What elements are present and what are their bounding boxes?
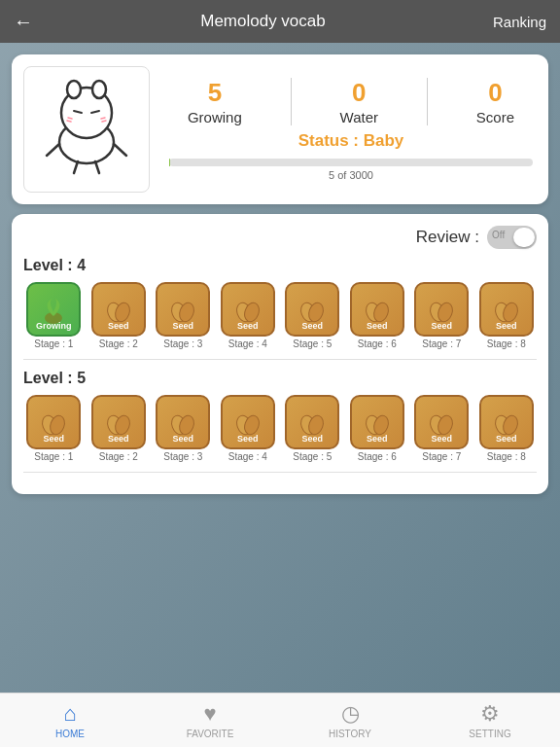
stage-badge-seed[interactable]: Seed	[479, 395, 534, 449]
svg-line-11	[114, 144, 126, 156]
home-label: HOME	[55, 729, 85, 739]
stage-item: Seed Stage : 7	[411, 282, 472, 349]
stage-badge-seed[interactable]: Seed	[350, 395, 404, 449]
level-4-stages: Growing Stage : 1 Seed Stage : 2	[23, 282, 537, 349]
svg-line-10	[47, 144, 59, 156]
stage-6-label: Stage : 6	[358, 338, 397, 349]
svg-line-8	[101, 118, 105, 119]
seed-badge-label: Seed	[496, 434, 517, 444]
main-content: 5 Growing 0 Water 0 Score Status : Baby …	[0, 43, 560, 494]
app-title: Memolody vocab	[200, 12, 326, 31]
nav-home[interactable]: ⌂ HOME	[0, 694, 140, 747]
progress-bar	[169, 159, 533, 166]
stage-item: Seed Stage : 4	[218, 282, 279, 349]
seed-badge-label: Seed	[496, 321, 517, 331]
stage-badge-seed[interactable]: Seed	[285, 282, 339, 337]
stage-badge-seed[interactable]: Seed	[156, 282, 210, 337]
level-divider-2	[23, 472, 537, 473]
stat-divider-1	[291, 78, 292, 124]
level-5-title: Level : 5	[23, 370, 537, 387]
seed-badge-label: Seed	[431, 321, 452, 331]
seed-badge-label: Seed	[43, 434, 64, 444]
growing-stat: 5 Growing	[188, 78, 242, 124]
stats-section: 5 Growing 0 Water 0 Score Status : Baby …	[165, 78, 537, 180]
ranking-button[interactable]: Ranking	[493, 14, 546, 30]
bottom-nav: ⌂ HOME ♥ FAVORITE ◷ HISTORY ⚙ SETTING	[0, 693, 560, 747]
seed-badge-label: Seed	[237, 434, 259, 444]
seed-badge-label: Seed	[108, 434, 129, 444]
svg-point-3	[92, 81, 106, 98]
stage-1-label-l5: Stage : 1	[34, 451, 73, 462]
stage-7-label: Stage : 7	[422, 338, 461, 349]
svg-line-13	[95, 161, 99, 173]
stage-item: Seed Stage : 8	[476, 282, 538, 349]
stage-item: Seed Stage : 7	[411, 395, 472, 462]
level-4-title: Level : 4	[23, 257, 537, 274]
history-label: HISTORY	[329, 729, 371, 739]
stage-badge-seed[interactable]: Seed	[479, 282, 534, 337]
stage-8-label: Stage : 8	[487, 338, 526, 349]
stage-3-label-l5: Stage : 3	[163, 451, 202, 462]
stat-divider-2	[427, 78, 428, 124]
stage-3-label: Stage : 3	[163, 338, 202, 349]
avatar-box	[23, 66, 150, 193]
seed-badge-label: Seed	[301, 321, 323, 331]
nav-setting[interactable]: ⚙ SETTING	[420, 694, 560, 747]
nav-favorite[interactable]: ♥ FAVORITE	[140, 694, 280, 747]
stage-badge-growing[interactable]: Growing	[26, 282, 81, 337]
stage-item: Seed Stage : 4	[218, 395, 279, 462]
setting-label: SETTING	[469, 729, 510, 739]
history-icon: ◷	[341, 701, 360, 727]
stage-badge-seed[interactable]: Seed	[350, 282, 404, 337]
svg-line-7	[67, 121, 71, 122]
stage-4-label-l5: Stage : 4	[228, 451, 267, 462]
stage-badge-seed[interactable]: Seed	[414, 395, 469, 449]
game-card: Review : Off Level : 4 Growing	[12, 214, 548, 494]
progress-text: 5 of 3000	[165, 169, 537, 181]
progress-bar-fill	[169, 159, 170, 166]
toggle-off-text: Off	[492, 230, 505, 240]
svg-line-9	[102, 121, 106, 122]
home-icon: ⌂	[63, 701, 76, 727]
seed-badge-label: Seed	[172, 434, 193, 444]
stage-2-label-l5: Stage : 2	[99, 451, 138, 462]
stage-2-label: Stage : 2	[99, 338, 138, 349]
seed-badge-label: Seed	[367, 434, 388, 444]
level-5-stages: Seed Stage : 1 Seed Stage : 2	[23, 395, 537, 462]
stage-badge-seed[interactable]: Seed	[91, 282, 146, 337]
stage-1-label: Stage : 1	[34, 338, 73, 349]
svg-line-6	[68, 118, 72, 119]
water-value: 0	[340, 78, 378, 108]
growing-value: 5	[188, 78, 242, 108]
stage-4-label: Stage : 4	[228, 338, 267, 349]
growing-badge-label: Growing	[36, 321, 72, 331]
score-label: Score	[476, 109, 514, 125]
stage-item: Seed Stage : 1	[23, 395, 85, 462]
review-label: Review :	[416, 228, 479, 247]
svg-point-2	[67, 81, 81, 98]
stage-item: Seed Stage : 3	[153, 395, 214, 462]
stage-5-label: Stage : 5	[293, 338, 332, 349]
stage-6-label-l5: Stage : 6	[358, 451, 397, 462]
stats-row: 5 Growing 0 Water 0 Score	[165, 78, 537, 124]
nav-history[interactable]: ◷ HISTORY	[280, 694, 420, 747]
favorite-label: FAVORITE	[187, 729, 234, 739]
stage-7-label-l5: Stage : 7	[422, 451, 461, 462]
seed-badge-label: Seed	[431, 434, 452, 444]
avatar	[33, 76, 140, 183]
review-toggle[interactable]: Off	[487, 226, 537, 249]
stage-item: Seed Stage : 3	[153, 282, 214, 349]
stage-badge-seed[interactable]: Seed	[26, 395, 81, 449]
stage-badge-seed[interactable]: Seed	[156, 395, 210, 449]
review-row: Review : Off	[23, 226, 537, 249]
stage-badge-seed[interactable]: Seed	[285, 395, 339, 449]
level-4-section: Level : 4 Growing Stage : 1	[23, 257, 537, 349]
stage-badge-seed[interactable]: Seed	[221, 395, 275, 449]
back-button[interactable]: ←	[14, 11, 33, 33]
profile-card: 5 Growing 0 Water 0 Score Status : Baby …	[12, 54, 548, 204]
stage-badge-seed[interactable]: Seed	[221, 282, 275, 337]
stage-badge-seed[interactable]: Seed	[91, 395, 146, 449]
growing-label: Growing	[188, 109, 242, 125]
stage-badge-seed[interactable]: Seed	[414, 282, 469, 337]
seed-badge-label-2: Seed	[108, 321, 129, 331]
